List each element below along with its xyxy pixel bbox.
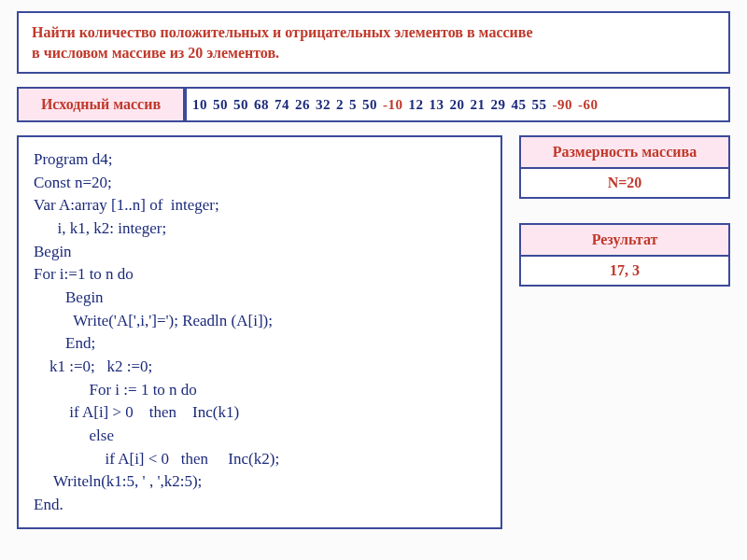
source-array-values: 105050687426322550-1012132021294555-90-6… xyxy=(185,87,730,122)
array-value: 74 xyxy=(275,97,289,113)
array-value: 45 xyxy=(512,97,527,113)
result-value: 17, 3 xyxy=(519,257,730,287)
code-line: if A[i] > 0 then Inc(k1) xyxy=(34,401,486,425)
code-listing: Program d4; Const n=20; Var A:array [1..… xyxy=(17,135,502,529)
code-line: Var A:array [1..n] of integer; xyxy=(34,194,486,217)
array-value: 50 xyxy=(362,97,377,113)
code-line: End. xyxy=(34,494,486,517)
array-value: 68 xyxy=(254,97,269,113)
code-line: Begin xyxy=(34,241,486,264)
code-line: Begin xyxy=(34,287,486,310)
code-line: Writeln(k1:5, ' , ',k2:5); xyxy=(34,470,486,494)
code-line: i, k1, k2: integer; xyxy=(34,217,486,241)
side-column: Размерность массива N=20 Результат 17, 3 xyxy=(519,135,730,287)
array-value: 29 xyxy=(491,97,506,113)
code-line: Write('A[',i,']='); Readln (A[i]); xyxy=(34,310,486,333)
array-value: 13 xyxy=(430,97,444,113)
code-line: For i := 1 to n do xyxy=(34,379,486,402)
array-value: 12 xyxy=(409,97,424,113)
source-array-label: Исходный массив xyxy=(17,87,185,122)
array-value: 50 xyxy=(213,97,228,113)
main-row: Program d4; Const n=20; Var A:array [1..… xyxy=(17,135,730,529)
source-array-row: Исходный массив 105050687426322550-10121… xyxy=(17,87,730,122)
result-block: Результат 17, 3 xyxy=(519,223,730,287)
task-line1: Найти количество положительных и отрицат… xyxy=(32,22,715,43)
dimension-value: N=20 xyxy=(519,169,730,199)
task-line2: в числовом массиве из 20 элементов. xyxy=(32,43,715,63)
array-value: -10 xyxy=(383,97,403,113)
code-line: else xyxy=(34,425,486,448)
dimension-header: Размерность массива xyxy=(519,135,730,169)
code-line: For i:=1 to n do xyxy=(34,263,486,287)
array-value: 21 xyxy=(471,97,486,113)
dimension-block: Размерность массива N=20 xyxy=(519,135,730,199)
code-line: Program d4; xyxy=(34,148,486,172)
code-line: End; xyxy=(34,332,486,356)
array-value: 2 xyxy=(336,97,344,113)
array-value: -60 xyxy=(578,97,599,113)
array-value: 10 xyxy=(192,97,207,113)
array-value: 32 xyxy=(316,97,331,113)
array-value: 50 xyxy=(233,97,248,113)
array-value: 5 xyxy=(349,97,357,113)
array-value: -90 xyxy=(553,97,573,113)
task-description: Найти количество положительных и отрицат… xyxy=(17,11,730,74)
code-line: Const n=20; xyxy=(34,172,486,195)
code-line: if A[i] < 0 then Inc(k2); xyxy=(34,448,486,471)
result-header: Результат xyxy=(519,223,730,257)
code-line: k1 :=0; k2 :=0; xyxy=(34,356,486,379)
array-value: 55 xyxy=(532,97,547,113)
array-value: 26 xyxy=(295,97,310,113)
array-value: 20 xyxy=(450,97,465,113)
